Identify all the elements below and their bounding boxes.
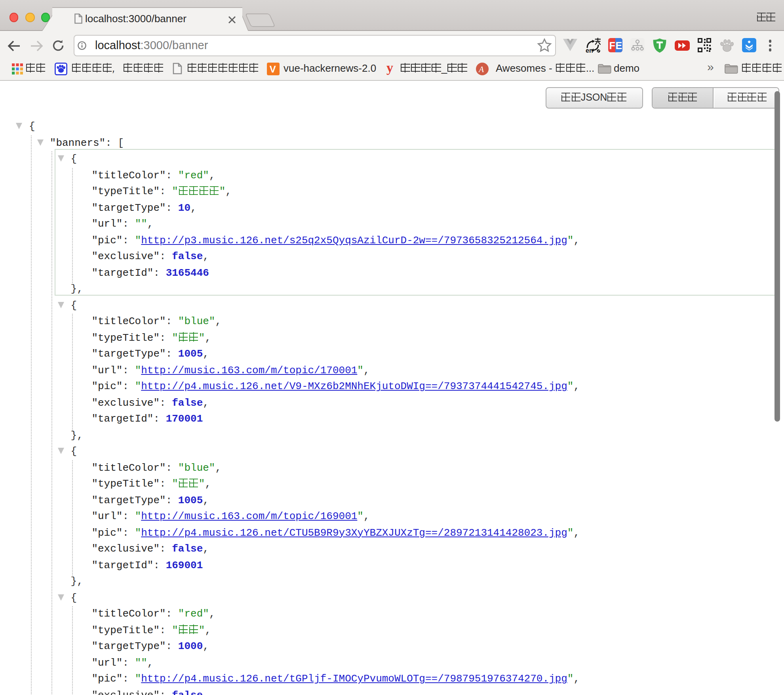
svg-text:V: V [270,63,276,74]
svg-text:E: E [616,40,622,51]
svg-text:en: en [586,47,593,53]
svg-text:A: A [478,64,484,74]
svg-text:F: F [609,40,615,51]
